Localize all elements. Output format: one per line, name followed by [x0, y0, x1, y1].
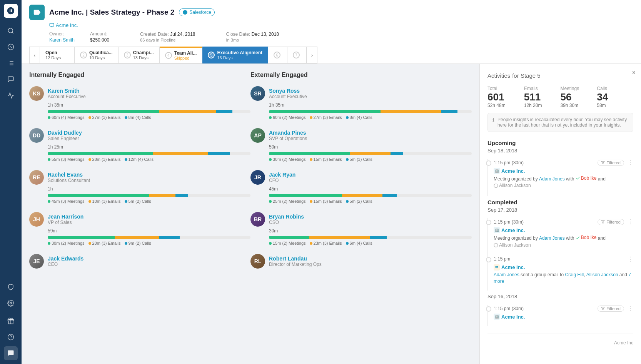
- pipeline-sub: 66 days in Pipeline: [140, 38, 195, 42]
- sidebar-item-settings[interactable]: [4, 296, 18, 310]
- person-time: 59m: [48, 228, 250, 234]
- stage-prev[interactable]: ‹: [29, 47, 40, 63]
- stage-team-align[interactable]: 4 Team Ali... Skipped: [160, 47, 203, 63]
- sidebar-item-analytics[interactable]: [4, 88, 18, 102]
- filtered-badge[interactable]: Filtered: [598, 306, 624, 312]
- person-title: Account Executive: [48, 94, 86, 99]
- progress-bar: [48, 110, 250, 113]
- activity-legend: 45m (3) Meetings 10m (3) Emails 5m (2) C…: [48, 199, 250, 204]
- avatar: JR: [250, 170, 265, 185]
- stage-navigation: ‹ Open 12 Days 2 Qualifica... 10 Days 3 …: [29, 47, 633, 63]
- person-time: 1h 35m: [269, 102, 472, 108]
- owner-label: Owner:: [49, 31, 75, 37]
- person-name[interactable]: Robert Landau: [269, 255, 322, 262]
- created-value: Jul 24, 2018: [170, 32, 195, 37]
- activity-legend: 30m (2) Meetings 20m (3) Emails 9m (2) C…: [48, 241, 250, 245]
- salesforce-badge[interactable]: Salesforce: [179, 8, 215, 16]
- person-name[interactable]: Karen Smith: [48, 88, 86, 94]
- list-item: SR Sonya Ross Account Executive 1h 35m: [250, 86, 472, 120]
- stage-qualification[interactable]: 2 Qualifica... 10 Days: [75, 47, 119, 63]
- amount-label: Amount:: [90, 31, 109, 37]
- notice-text: People insights is recalculated every ho…: [497, 117, 628, 128]
- sidebar-item-gift[interactable]: [4, 314, 18, 328]
- person-title: SVP of Operations: [269, 136, 307, 141]
- internal-title: Internally Engaged: [29, 72, 250, 78]
- person-name[interactable]: David Dudley: [48, 130, 82, 136]
- person-name[interactable]: Jack Ryan: [269, 172, 295, 178]
- info-notice: ℹ People insights is recalculated every …: [487, 113, 633, 132]
- svg-point-2: [10, 302, 12, 304]
- activity-menu[interactable]: ⋮: [627, 305, 633, 312]
- activity-company[interactable]: 🏢 Acme Inc.: [494, 314, 633, 320]
- internal-col: Internally Engaged KS Karen Smith Accoun…: [29, 72, 250, 277]
- meta-row: Owner: Karen Smith Amount: $250,000 Crea…: [49, 31, 633, 43]
- sidebar-item-dashboard[interactable]: [4, 40, 18, 54]
- avatar: RL: [250, 254, 265, 269]
- page-title: Acme Inc. | Sales Strategy - Phase 2: [49, 8, 174, 17]
- activity-menu[interactable]: ⋮: [627, 159, 633, 166]
- sidebar-item-shield[interactable]: [4, 280, 18, 294]
- sidebar-item-chat[interactable]: [4, 346, 18, 360]
- activity-legend: 60m (4) Meetings 27m (3) Emails 8m (4) C…: [48, 115, 250, 120]
- activity-company[interactable]: 🏢 Acme Inc.: [494, 227, 633, 233]
- sidebar-item-help[interactable]: [4, 330, 18, 344]
- activity-legend: 55m (3) Meetings 28m (3) Emails 12m (4) …: [48, 157, 250, 162]
- stage-num-5: 5: [208, 52, 215, 58]
- avatar: KS: [29, 86, 44, 101]
- list-item: AP Amanda Pines SVP of Operations 50m: [250, 128, 472, 162]
- stage-7[interactable]: 7: [287, 47, 307, 63]
- avatar: BR: [250, 212, 265, 227]
- stage-6[interactable]: 6: [268, 47, 287, 63]
- close-button[interactable]: ×: [632, 69, 636, 76]
- sep16-date: Sep 16, 2018: [487, 294, 633, 299]
- person-name[interactable]: Amanda Pines: [269, 130, 307, 136]
- close-label: Close Date:: [226, 32, 250, 37]
- stage-open[interactable]: Open 12 Days: [40, 47, 75, 63]
- list-item: 1:15 pm (30m) Filtered ⋮ 🏢 Acme Inc.: [487, 218, 633, 255]
- svg-point-7: [494, 184, 498, 188]
- activity-menu[interactable]: ⋮: [627, 255, 633, 263]
- progress-bar: [269, 236, 472, 239]
- list-item: 1:15 pm ⋮ ✉ Acme Inc. Adam Jones sent a …: [487, 255, 633, 291]
- avatar: JE: [29, 254, 44, 269]
- avatar: RE: [29, 170, 44, 185]
- deal-icon: [29, 5, 45, 20]
- list-item: DD David Dudley Sales Engineer 1h 25m: [29, 128, 250, 162]
- external-col: Externally Engaged SR Sonya Ross Account…: [250, 72, 472, 277]
- progress-bar: [48, 194, 250, 197]
- list-item: KS Karen Smith Account Executive 1h 35m: [29, 86, 250, 120]
- svg-rect-5: [50, 23, 54, 27]
- salesforce-label: Salesforce: [189, 10, 211, 15]
- person-time: 1h 35m: [48, 102, 250, 108]
- app-logo[interactable]: [4, 4, 18, 18]
- completed-title: Completed: [487, 199, 633, 205]
- filtered-badge[interactable]: Filtered: [598, 160, 624, 166]
- person-name[interactable]: Jean Harrison: [48, 214, 83, 220]
- stage-executive-alignment[interactable]: 5 Executive Alignment 16 Days: [202, 47, 268, 63]
- filtered-badge[interactable]: Filtered: [598, 219, 624, 225]
- list-item: JR Jack Ryan CFO 45m: [250, 170, 472, 204]
- owner-value[interactable]: Karen Smith: [49, 37, 75, 43]
- svg-point-9: [494, 243, 498, 247]
- stage-champion[interactable]: 3 Champi... 13 Days: [119, 47, 160, 63]
- activity-legend: 60m (2) Meetings 27m (3) Emails 8m (4) C…: [269, 115, 472, 120]
- list-item: RE Rachel Evans Solutions Consultant 1h: [29, 170, 250, 204]
- company-link[interactable]: Acme Inc.: [49, 22, 633, 28]
- activity-company[interactable]: 🏢 Acme Inc.: [494, 168, 633, 174]
- sidebar-item-list[interactable]: [4, 56, 18, 70]
- list-item: BR Bryan Robins CSO 30m: [250, 212, 472, 245]
- activity-legend: 25m (2) Meetings 15m (3) Emails 5m (2) C…: [269, 199, 472, 204]
- person-name[interactable]: Sonya Ross: [269, 88, 307, 94]
- activity-time: 1:15 pm (30m): [494, 160, 524, 165]
- stage-next[interactable]: ›: [307, 47, 317, 63]
- person-name[interactable]: Bryan Robins: [269, 214, 304, 220]
- person-name[interactable]: Jack Edwards: [48, 255, 83, 262]
- person-name[interactable]: Rachel Evans: [48, 172, 90, 178]
- header: Acme Inc. | Sales Strategy - Phase 2 Sal…: [22, 0, 641, 64]
- activity-menu[interactable]: ⋮: [627, 218, 633, 225]
- list-item: JE Jack Edwards CEO: [29, 254, 250, 269]
- activity-company[interactable]: ✉ Acme Inc.: [494, 264, 633, 270]
- sidebar-item-messages[interactable]: [4, 72, 18, 86]
- sidebar-item-search[interactable]: [4, 24, 18, 38]
- progress-bar: [269, 194, 472, 197]
